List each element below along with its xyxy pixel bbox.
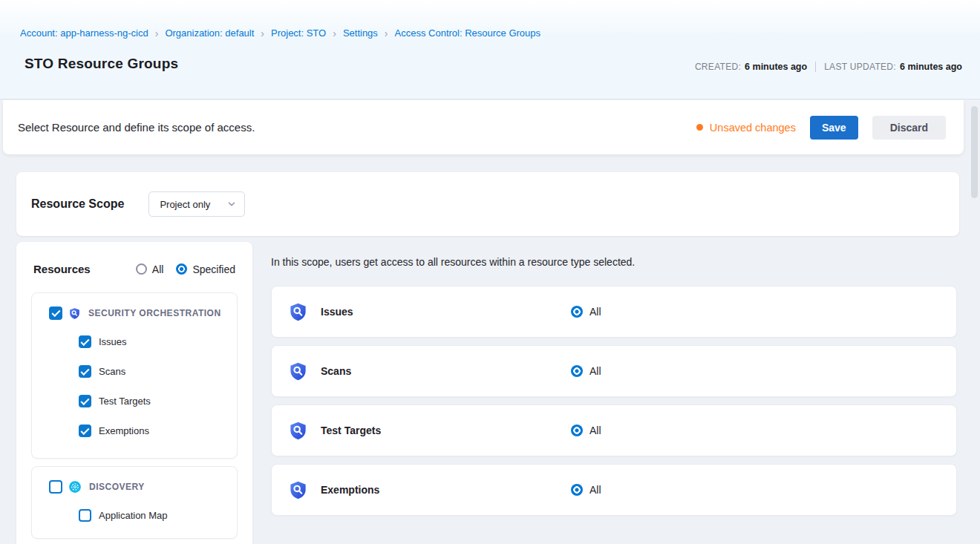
created-value: 6 minutes ago [745, 62, 807, 72]
breadcrumb-organization-link[interactable]: Organization: default [165, 27, 254, 39]
access-radio-group: All [571, 484, 601, 496]
unsaved-changes-label: Unsaved changes [710, 122, 796, 134]
resource-item-scans[interactable]: Scans [79, 365, 237, 378]
checkbox-test-targets[interactable] [79, 395, 91, 407]
checkbox-scans[interactable] [79, 365, 91, 378]
resource-scope-selected-value: Project only [160, 199, 210, 210]
unsaved-dot-icon [696, 124, 703, 131]
access-all-label: All [589, 306, 601, 318]
group-checkbox-discovery[interactable] [49, 480, 62, 494]
page-title: STO Resource Groups [24, 56, 178, 72]
resource-item-label: Exemptions [99, 425, 149, 436]
resource-scope-card: Resource Scope Project only [16, 172, 959, 236]
breadcrumb-account-link[interactable]: Account: app-harness-ng-cicd [20, 27, 148, 39]
resource-card-label: Exemptions [321, 484, 571, 496]
resource-item-exemptions[interactable]: Exemptions [79, 425, 237, 437]
resource-item-label: Test Targets [99, 396, 151, 407]
group-card-discovery: DISCOVERY Application Map [31, 466, 238, 539]
group-label-security-orchestration: SECURITY ORCHESTRATION [88, 308, 221, 318]
last-updated-value: 6 minutes ago [900, 62, 962, 72]
breadcrumb-access-control-link[interactable]: Access Control: Resource Groups [395, 27, 541, 39]
resource-item-label: Issues [99, 336, 127, 347]
breadcrumb-project-link[interactable]: Project: STO [271, 27, 326, 39]
group-label-discovery: DISCOVERY [89, 482, 145, 492]
unsaved-changes-indicator: Unsaved changes [696, 122, 796, 134]
radio-unselected-icon[interactable] [136, 263, 147, 275]
access-all-label: All [589, 425, 601, 436]
access-radio-group: All [571, 365, 601, 377]
chevron-down-icon [227, 200, 236, 209]
resource-item-application-map[interactable]: Application Map [79, 509, 237, 522]
checkbox-application-map[interactable] [79, 509, 91, 522]
radio-selected-icon[interactable] [176, 263, 187, 275]
shield-search-icon [288, 480, 308, 500]
radio-selected-icon[interactable] [571, 425, 583, 436]
chevron-right-icon: › [385, 28, 388, 39]
page-header: Account: app-harness-ng-cicd › Organizat… [0, 0, 980, 99]
toolbar: Select Resource and define its scope of … [3, 100, 964, 154]
access-all-label: All [589, 484, 601, 496]
shield-search-icon [288, 421, 308, 441]
resource-card-scans: Scans All [271, 345, 957, 397]
resource-item-issues[interactable]: Issues [79, 335, 237, 348]
group-checkbox-security-orchestration[interactable] [49, 307, 62, 320]
radio-selected-icon[interactable] [571, 484, 583, 496]
breadcrumb: Account: app-harness-ng-cicd › Organizat… [20, 27, 540, 39]
radio-selected-icon[interactable] [571, 365, 583, 377]
shield-search-icon [68, 307, 81, 320]
toolbar-actions: Unsaved changes Save Discard [696, 116, 946, 140]
breadcrumb-settings-link[interactable]: Settings [343, 27, 378, 39]
last-updated-label: LAST UPDATED: [824, 62, 896, 72]
resource-card-label: Scans [321, 365, 571, 377]
created-label: CREATED: [695, 62, 741, 72]
group-card-security-orchestration: SECURITY ORCHESTRATION Issues Scans Test… [31, 292, 238, 459]
chevron-right-icon: › [155, 28, 159, 39]
checkbox-issues[interactable] [79, 335, 91, 348]
resources-filter-radio-group: All Specified [136, 263, 235, 275]
access-all-label: All [589, 365, 601, 377]
resource-item-label: Scans [99, 366, 125, 377]
vertical-scrollbar-thumb[interactable] [971, 106, 978, 198]
radio-option-specified-label: Specified [192, 263, 235, 275]
resources-panel: Resources All Specified SECURITY ORCHEST… [16, 242, 252, 544]
access-radio-group: All [571, 306, 601, 318]
meta-divider [815, 62, 816, 72]
access-radio-group: All [571, 425, 601, 436]
header-meta: CREATED: 6 minutes ago LAST UPDATED: 6 m… [695, 62, 962, 72]
checkbox-exemptions[interactable] [79, 425, 91, 437]
resource-card-exemptions: Exemptions All [271, 464, 957, 516]
chevron-right-icon: › [333, 28, 336, 39]
resources-panel-header: Resources All Specified [16, 242, 252, 275]
scope-description: In this scope, users get access to all r… [271, 256, 635, 268]
resource-card-test-targets: Test Targets All [271, 404, 957, 456]
resource-scope-select[interactable]: Project only [148, 191, 245, 217]
resource-card-label: Test Targets [321, 425, 571, 436]
radar-icon [68, 480, 82, 494]
group-items: Issues Scans Test Targets Exemptions [79, 335, 237, 437]
group-header: SECURITY ORCHESTRATION [32, 293, 237, 320]
resource-item-label: Application Map [99, 510, 168, 521]
resource-card-label: Issues [321, 306, 571, 318]
discard-button[interactable]: Discard [872, 116, 946, 140]
radio-option-all-label: All [152, 263, 164, 275]
chevron-right-icon: › [261, 28, 264, 39]
group-header: DISCOVERY [32, 467, 237, 494]
toolbar-description: Select Resource and define its scope of … [18, 121, 255, 134]
resource-card-issues: Issues All [271, 286, 957, 338]
resource-cards: Issues All Scans All Test Targets All [271, 286, 957, 516]
shield-search-icon [288, 361, 308, 381]
save-button[interactable]: Save [810, 116, 858, 140]
radio-option-all[interactable]: All [136, 263, 164, 275]
resources-title: Resources [33, 263, 91, 275]
radio-selected-icon[interactable] [571, 306, 583, 318]
shield-search-icon [288, 302, 308, 322]
resource-scope-label: Resource Scope [31, 197, 124, 211]
group-items: Application Map [79, 509, 237, 522]
resource-item-test-targets[interactable]: Test Targets [79, 395, 237, 407]
radio-option-specified[interactable]: Specified [176, 263, 235, 275]
